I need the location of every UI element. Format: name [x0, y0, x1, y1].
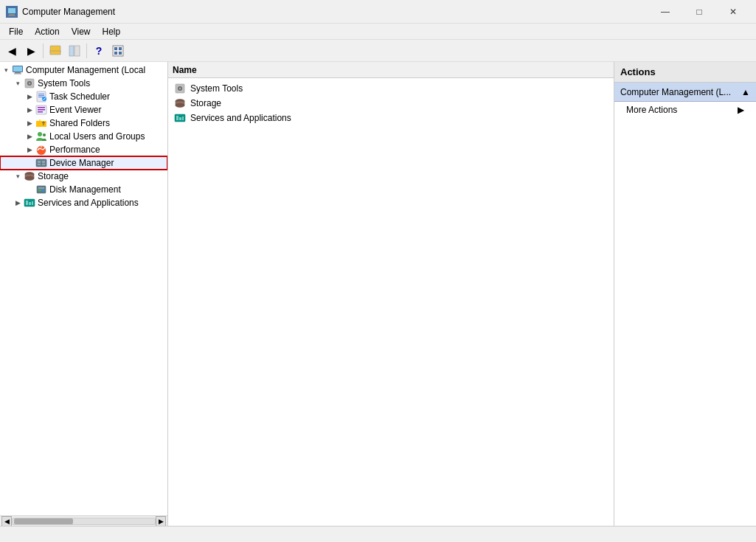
- content-services-label: Services and Applications: [190, 113, 291, 123]
- disk-management-icon: [35, 184, 47, 195]
- task-scheduler-label: Task Scheduler: [49, 91, 110, 102]
- svg-rect-10: [119, 47, 122, 50]
- tree-item-storage[interactable]: ▾ Storage: [0, 170, 167, 183]
- storage-icon: [24, 170, 35, 182]
- help-button[interactable]: ?: [90, 42, 108, 60]
- svg-rect-36: [42, 161, 45, 163]
- tree-item-task-scheduler[interactable]: ▶ Task Scheduler: [0, 90, 167, 103]
- menu-file[interactable]: File: [3, 25, 29, 38]
- tree-item-event-viewer[interactable]: ▶ Event Viewer: [0, 103, 167, 117]
- content-body: System Tools Storage: [168, 78, 614, 526]
- event-toggle[interactable]: ▶: [24, 104, 35, 116]
- svg-rect-3: [8, 8, 15, 13]
- content-item-system-tools[interactable]: System Tools: [171, 81, 611, 96]
- maximize-button[interactable]: □: [682, 0, 716, 24]
- content-panel: Name System Tools: [168, 62, 614, 526]
- svg-rect-59: [182, 117, 184, 120]
- svg-rect-44: [38, 190, 41, 191]
- more-actions-arrow-icon: ▶: [738, 105, 744, 115]
- forward-button[interactable]: ▶: [22, 42, 40, 60]
- toolbar-separator-1: [43, 44, 44, 58]
- scroll-right-button[interactable]: ▶: [156, 516, 166, 527]
- tree-item-disk-management[interactable]: Disk Management: [0, 183, 167, 196]
- services-label: Services and Applications: [38, 198, 139, 208]
- computer-icon: [12, 64, 24, 76]
- users-toggle[interactable]: ▶: [24, 131, 35, 142]
- app-icon: [6, 6, 18, 18]
- perf-toggle[interactable]: ▶: [24, 144, 35, 156]
- svg-rect-9: [114, 47, 117, 50]
- svg-point-31: [43, 133, 46, 136]
- local-users-label: Local Users and Groups: [49, 131, 145, 142]
- tree-item-root[interactable]: ▾ Computer Management (Local: [0, 63, 167, 77]
- export-button[interactable]: [109, 42, 127, 60]
- performance-label: Performance: [49, 145, 100, 155]
- tree-scrollbar[interactable]: ◀ ▶: [0, 515, 167, 526]
- actions-section-computer-management[interactable]: Computer Management (L... ▲: [614, 83, 756, 102]
- svg-rect-23: [38, 97, 43, 97]
- menu-help[interactable]: Help: [97, 25, 127, 38]
- actions-section-collapse-icon: ▲: [741, 87, 750, 97]
- services-icon: [24, 197, 35, 209]
- shared-toggle[interactable]: ▶: [24, 117, 35, 129]
- menu-bar: File Action View Help: [0, 24, 756, 40]
- tree-item-device-manager[interactable]: Device Manager: [0, 156, 167, 170]
- toolbar-separator-2: [86, 44, 87, 58]
- tree-item-local-users[interactable]: ▶ Local Users and Groups: [0, 130, 167, 143]
- tree-item-system-tools[interactable]: ▾ System Tools: [0, 77, 167, 90]
- svg-rect-35: [38, 161, 41, 163]
- scrollbar-track: [12, 518, 156, 525]
- minimize-button[interactable]: —: [648, 0, 682, 24]
- actions-more-actions[interactable]: More Actions ▶: [614, 102, 756, 118]
- svg-rect-12: [119, 52, 122, 55]
- event-icon: [35, 104, 47, 116]
- close-button[interactable]: ✕: [716, 0, 750, 24]
- content-item-services[interactable]: Services and Applications: [171, 111, 611, 125]
- performance-icon: [35, 144, 47, 156]
- system-tools-label: System Tools: [38, 78, 90, 88]
- menu-view[interactable]: View: [66, 25, 97, 38]
- root-toggle[interactable]: ▾: [0, 64, 12, 76]
- content-item-storage[interactable]: Storage: [171, 96, 611, 111]
- name-column-header: Name: [173, 65, 197, 75]
- svg-rect-6: [69, 46, 74, 56]
- status-bar: [0, 526, 756, 542]
- svg-point-52: [179, 88, 181, 90]
- svg-rect-22: [38, 95, 44, 96]
- svg-rect-58: [179, 117, 181, 120]
- svg-rect-28: [38, 111, 43, 113]
- tree-content: ▾ Computer Management (Local ▾: [0, 62, 167, 515]
- scroll-left-button[interactable]: ◀: [1, 516, 12, 527]
- title-bar: Computer Management — □ ✕: [0, 0, 756, 24]
- storage-label: Storage: [38, 171, 69, 181]
- up-button[interactable]: [46, 42, 64, 60]
- tree-item-performance[interactable]: ▶ Performance: [0, 143, 167, 156]
- svg-rect-7: [74, 46, 80, 56]
- main-container: ▾ Computer Management (Local ▾: [0, 62, 756, 526]
- show-hide-button[interactable]: [66, 42, 83, 60]
- shared-folders-icon: [35, 117, 47, 129]
- tree-item-services[interactable]: ▶ Services and Applications: [0, 196, 167, 209]
- content-header: Name: [168, 62, 614, 78]
- device-manager-label: Device Manager: [49, 158, 114, 168]
- svg-rect-14: [13, 66, 22, 72]
- content-services-icon: [174, 112, 186, 124]
- scrollbar-thumb[interactable]: [14, 518, 73, 524]
- system-tools-toggle[interactable]: ▾: [12, 77, 24, 89]
- services-toggle[interactable]: ▶: [12, 197, 24, 209]
- storage-toggle[interactable]: ▾: [12, 170, 24, 182]
- more-actions-label: More Actions: [626, 105, 677, 115]
- back-button[interactable]: ◀: [3, 42, 21, 60]
- svg-rect-27: [38, 109, 45, 111]
- actions-section-label: Computer Management (L...: [620, 87, 731, 97]
- menu-action[interactable]: Action: [29, 25, 65, 38]
- toolbar: ◀ ▶ ?: [0, 40, 756, 62]
- event-viewer-label: Event Viewer: [49, 105, 101, 115]
- task-toggle[interactable]: ▶: [24, 91, 35, 103]
- content-storage-label: Storage: [190, 98, 221, 108]
- system-tools-icon: [24, 77, 35, 89]
- svg-rect-1: [9, 14, 15, 15]
- disk-management-label: Disk Management: [49, 184, 121, 195]
- tree-item-shared-folders[interactable]: ▶ Shared Folders: [0, 117, 167, 130]
- root-label: Computer Management (Local: [26, 65, 145, 75]
